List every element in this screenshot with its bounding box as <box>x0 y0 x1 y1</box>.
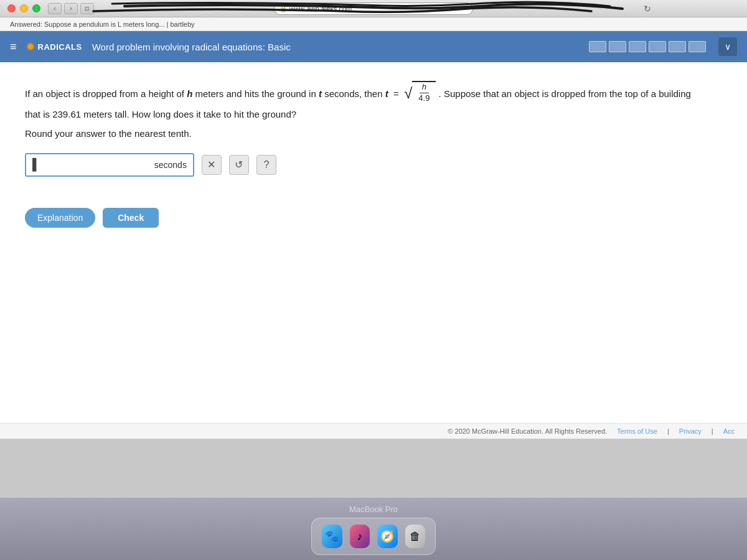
close-button[interactable] <box>7 4 16 12</box>
mac-bottom-bar: MacBook Pro 🐾 ♪ 🧭 🗑 <box>0 498 747 560</box>
check-button[interactable]: Check <box>103 208 159 228</box>
progress-box-4 <box>649 41 666 52</box>
question-prefix: If an object is dropped from a height of <box>25 88 184 99</box>
clear-button[interactable]: ✕ <box>202 155 222 175</box>
equals-sign: = <box>391 88 402 99</box>
sqrt-content: h 4.9 <box>412 81 436 104</box>
question-line4: Round your answer to the nearest tenth. <box>25 126 722 142</box>
dock-music-icon[interactable]: ♪ <box>350 525 370 548</box>
minimize-button[interactable] <box>20 4 28 12</box>
dropdown-arrow[interactable]: ∨ <box>718 37 737 56</box>
macbook-label: MacBook Pro <box>349 505 398 514</box>
copyright-text: © 2020 McGraw-Hill Education. All Rights… <box>448 427 607 435</box>
question-line3: that is 239.61 meters tall. How long doe… <box>25 106 722 123</box>
question-mark-icon: ? <box>263 159 269 170</box>
question-line2: Suppose that an object is dropped from t… <box>444 88 691 99</box>
window-icon-button[interactable]: ⊡ <box>80 3 94 14</box>
lock-icon: 🔒 <box>280 5 287 12</box>
period: . <box>439 88 444 99</box>
page-title: Word problem involving radical equations… <box>92 42 291 52</box>
answer-bar: Answered: Suppose a pendulum is L meters… <box>0 17 747 31</box>
undo-button[interactable]: ↺ <box>229 155 249 175</box>
x-icon: ✕ <box>207 159 215 170</box>
dock-trash-icon[interactable]: 🗑 <box>405 525 426 548</box>
traffic-lights <box>7 4 40 12</box>
radicals-status-dot <box>27 43 34 50</box>
answer-bar-text: Answered: Suppose a pendulum is L meters… <box>10 21 195 28</box>
var-t2: t <box>385 88 388 99</box>
hamburger-menu[interactable]: ≡ <box>10 40 17 54</box>
progress-box-3 <box>629 41 646 52</box>
reload-button[interactable]: ↻ <box>641 2 654 15</box>
radicals-label: RADICALS <box>27 42 82 52</box>
var-t1: t <box>319 88 322 99</box>
acc-link[interactable]: Acc <box>723 427 735 435</box>
answer-row: ▌ seconds ✕ ↺ ? <box>25 153 722 177</box>
unit-label: seconds <box>154 160 187 170</box>
footer: © 2020 McGraw-Hill Education. All Rights… <box>0 423 747 439</box>
var-h: h <box>187 88 192 99</box>
question-text-block: If an object is dropped from a height of… <box>25 81 722 104</box>
url-text: www-awn.aleks.com <box>289 5 352 12</box>
fraction: h 4.9 <box>416 82 432 104</box>
math-formula: √ h 4.9 <box>404 81 436 104</box>
nav-buttons: ‹ › <box>48 3 78 14</box>
undo-icon: ↺ <box>235 159 243 170</box>
help-button[interactable]: ? <box>256 155 276 175</box>
aleks-header: ≡ RADICALS Word problem involving radica… <box>0 31 747 62</box>
progress-box-5 <box>669 41 686 52</box>
question-area: If an object is dropped from a height of… <box>0 62 747 423</box>
question-middle: meters and hits the ground in <box>195 88 316 99</box>
dock-finder-icon[interactable]: 🐾 <box>322 525 342 548</box>
terms-link[interactable]: Terms of Use <box>617 427 657 435</box>
progress-box-6 <box>688 41 706 52</box>
url-bar-container: 🔒 www-awn.aleks.com <box>274 2 473 15</box>
explanation-button[interactable]: Explanation <box>25 208 95 228</box>
mac-dock: 🐾 ♪ 🧭 🗑 <box>311 518 436 555</box>
dock-safari-icon[interactable]: 🧭 <box>377 525 398 548</box>
answer-input-wrapper[interactable]: ▌ seconds <box>25 153 194 177</box>
question-then: seconds, then <box>324 88 385 99</box>
progress-boxes <box>589 41 706 52</box>
forward-button[interactable]: › <box>64 3 78 14</box>
section-label: RADICALS <box>38 42 82 52</box>
url-bar[interactable]: 🔒 www-awn.aleks.com <box>274 2 473 15</box>
progress-box-1 <box>589 41 606 52</box>
cursor-symbol: ▌ <box>32 158 40 171</box>
sqrt-symbol: √ <box>404 87 412 100</box>
progress-box-2 <box>609 41 626 52</box>
maximize-button[interactable] <box>32 4 40 12</box>
answer-input[interactable] <box>43 160 152 170</box>
bottom-buttons: Explanation Check <box>25 195 722 228</box>
fraction-numerator: h <box>420 82 429 93</box>
back-button[interactable]: ‹ <box>48 3 62 14</box>
fraction-denominator: 4.9 <box>416 93 432 104</box>
mac-titlebar: ‹ › ⊡ 🔒 www-awn.aleks.com ↻ <box>0 0 747 17</box>
privacy-link[interactable]: Privacy <box>679 427 702 435</box>
